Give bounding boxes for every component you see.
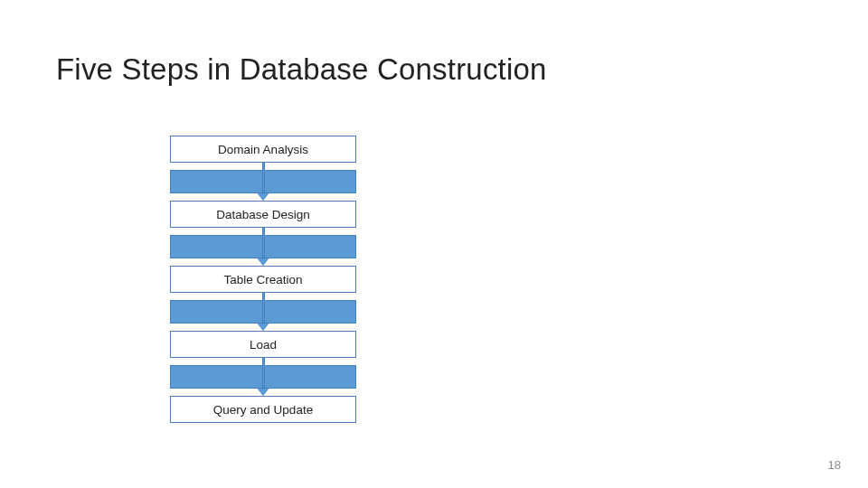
connector: [170, 293, 356, 331]
flow-diagram: Domain Analysis Database Design Table Cr…: [168, 136, 358, 423]
arrow-down-icon: [259, 358, 268, 396]
step-box: Load: [170, 331, 356, 358]
step-label: Load: [250, 338, 277, 352]
page-number: 18: [828, 458, 841, 472]
step-box: Domain Analysis: [170, 136, 356, 163]
arrow-down-icon: [259, 228, 268, 266]
connector: [170, 228, 356, 266]
step-label: Database Design: [216, 208, 310, 221]
step-label: Domain Analysis: [218, 143, 308, 156]
step-box: Database Design: [170, 201, 356, 228]
connector: [170, 358, 356, 396]
arrow-down-icon: [259, 163, 268, 201]
step-box: Query and Update: [170, 396, 356, 423]
step-label: Table Creation: [223, 273, 302, 286]
slide-title: Five Steps in Database Construction: [56, 52, 547, 87]
arrow-down-icon: [259, 293, 268, 331]
step-label: Query and Update: [213, 403, 313, 417]
step-box: Table Creation: [170, 266, 356, 293]
connector: [170, 163, 356, 201]
